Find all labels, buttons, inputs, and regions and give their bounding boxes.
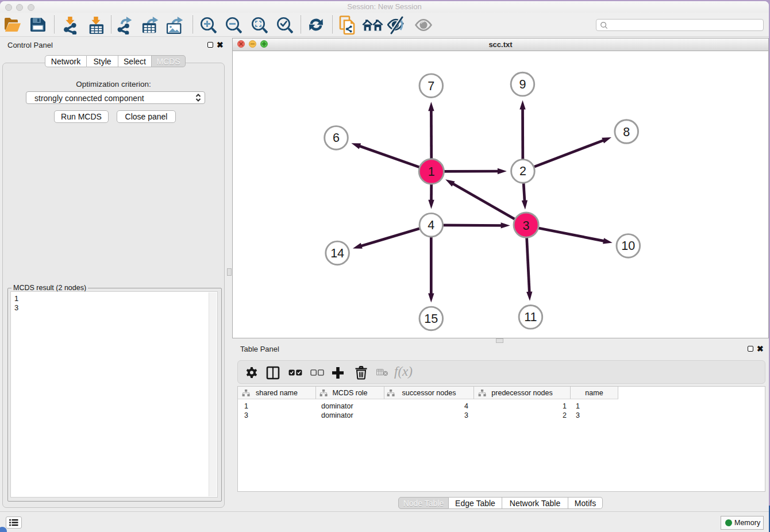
svg-text:9: 9 [519,78,526,91]
svg-text:4: 4 [428,218,434,232]
svg-text:11: 11 [524,310,537,324]
svg-text:14: 14 [330,246,344,260]
svg-text:7: 7 [428,79,434,93]
svg-text:3: 3 [523,219,530,233]
svg-text:8: 8 [623,125,630,139]
svg-text:2: 2 [519,164,526,178]
svg-text:10: 10 [621,239,635,253]
svg-text:15: 15 [424,312,438,326]
svg-text:6: 6 [333,131,340,145]
svg-text:1: 1 [428,165,435,179]
